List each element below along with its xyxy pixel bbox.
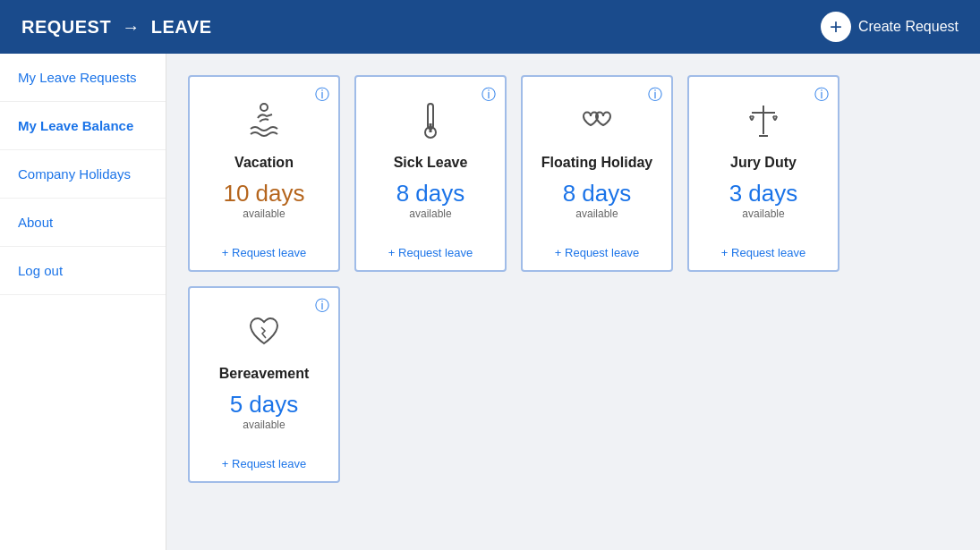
floating-holiday-title: Floating Holiday (541, 155, 652, 171)
app-header: REQUEST → LEAVE + Create Request (0, 0, 980, 54)
sick-leave-info-icon[interactable]: ⓘ (481, 86, 496, 105)
bereavement-card: ⓘ Bereavement 5 days available + Request… (188, 286, 340, 483)
jury-duty-title: Jury Duty (730, 155, 797, 171)
sidebar: My Leave Requests My Leave Balance Compa… (0, 54, 166, 550)
main-content: ⓘ Vacation 10 days available + Reques (166, 54, 980, 550)
sick-leave-icon (408, 98, 453, 149)
vacation-info-icon[interactable]: ⓘ (315, 86, 329, 105)
jury-duty-icon (741, 98, 786, 149)
vacation-icon (242, 98, 286, 149)
plus-circle-icon: + (821, 12, 851, 42)
vacation-title: Vacation (234, 155, 294, 171)
leave-cards-grid: ⓘ Vacation 10 days available + Reques (188, 75, 959, 272)
create-request-button[interactable]: + Create Request (821, 12, 959, 42)
floating-holiday-card: ⓘ Floating Holiday 8 days available + Re… (521, 75, 673, 272)
sick-leave-title: Sick Leave (394, 155, 468, 171)
vacation-request-link[interactable]: + Request leave (222, 246, 306, 259)
bereavement-icon (242, 309, 286, 360)
jury-duty-available: available (742, 207, 784, 220)
jury-duty-card: ⓘ Jury Du (687, 75, 839, 272)
sidebar-item-about[interactable]: About (0, 199, 166, 247)
arrow-icon: → (122, 17, 141, 38)
bereavement-info-icon[interactable]: ⓘ (315, 297, 329, 316)
vacation-card: ⓘ Vacation 10 days available + Reques (188, 75, 340, 272)
page-title: REQUEST → LEAVE (21, 17, 212, 38)
floating-holiday-icon (575, 98, 619, 149)
bereavement-available: available (243, 419, 285, 431)
jury-duty-info-icon[interactable]: ⓘ (814, 86, 829, 105)
vacation-available: available (243, 207, 285, 220)
jury-duty-request-link[interactable]: + Request leave (721, 246, 805, 259)
jury-duty-days: 3 days (729, 180, 798, 207)
sidebar-item-log-out[interactable]: Log out (0, 247, 166, 295)
bereavement-request-link[interactable]: + Request leave (222, 457, 306, 470)
sick-leave-days: 8 days (396, 180, 465, 207)
sick-leave-request-link[interactable]: + Request leave (388, 246, 473, 259)
vacation-days: 10 days (223, 180, 304, 207)
second-row-cards: ⓘ Bereavement 5 days available + Request… (188, 286, 959, 483)
sidebar-item-my-leave-requests[interactable]: My Leave Requests (0, 54, 166, 102)
sick-leave-card: ⓘ Sick Leave 8 days available + Request … (354, 75, 507, 272)
floating-holiday-days: 8 days (563, 180, 632, 207)
main-layout: My Leave Requests My Leave Balance Compa… (0, 54, 980, 550)
svg-point-0 (260, 104, 268, 111)
sidebar-item-company-holidays[interactable]: Company Holidays (0, 150, 166, 199)
floating-holiday-info-icon[interactable]: ⓘ (648, 86, 662, 105)
floating-holiday-available: available (575, 207, 618, 220)
bereavement-title: Bereavement (219, 366, 310, 382)
bereavement-days: 5 days (230, 391, 299, 419)
sick-leave-available: available (409, 207, 451, 220)
floating-holiday-request-link[interactable]: + Request leave (555, 246, 639, 259)
sidebar-item-my-leave-balance[interactable]: My Leave Balance (0, 102, 166, 150)
